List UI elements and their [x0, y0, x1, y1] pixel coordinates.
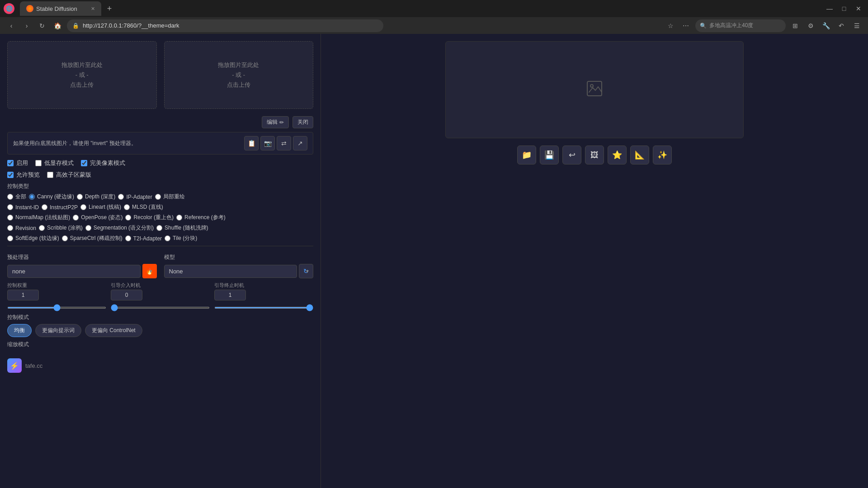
crop-tool-btn[interactable]: 📐: [630, 145, 649, 164]
radio-normalmap-input[interactable]: [7, 215, 13, 221]
radio-revision-input[interactable]: [7, 225, 13, 231]
radio-softedge-input[interactable]: [7, 235, 13, 241]
tools-btn[interactable]: 🔧: [820, 20, 832, 32]
image-tool-btn[interactable]: 🖼: [585, 145, 604, 164]
active-tab[interactable]: Stable Diffusion ✕: [20, 1, 101, 16]
radio-reference[interactable]: Reference (参考): [176, 214, 226, 221]
copy-icon-btn[interactable]: 📋: [244, 136, 259, 150]
radio-segmentation-input[interactable]: [85, 225, 91, 231]
efficient-zone-checkbox[interactable]: 高效子区蒙版: [47, 171, 91, 179]
new-tab-btn[interactable]: +: [103, 2, 116, 15]
perfect-pixel-checkbox[interactable]: 完美像素模式: [81, 159, 125, 167]
low-mem-checkbox[interactable]: 低显存模式: [35, 159, 74, 167]
radio-openpose-input[interactable]: [73, 215, 79, 221]
radio-t2i[interactable]: T2I-Adapter: [125, 235, 162, 242]
back-btn[interactable]: ‹: [5, 20, 17, 32]
radio-normalmap[interactable]: NormalMap (法线贴图): [7, 214, 70, 221]
radio-revision[interactable]: Revision: [7, 224, 36, 232]
radio-openpose[interactable]: OpenPose (姿态): [73, 214, 123, 221]
allow-preview-checkbox[interactable]: 允许预览: [7, 171, 40, 179]
radio-all[interactable]: 全部: [7, 193, 26, 201]
enable-checkbox[interactable]: 启用: [7, 159, 28, 167]
minimize-btn[interactable]: —: [824, 3, 835, 14]
history-btn[interactable]: ↶: [835, 20, 847, 32]
radio-shuffle[interactable]: Shuffle (随机洗牌): [156, 224, 208, 232]
radio-instantid[interactable]: Instant-ID: [7, 203, 39, 211]
end-step-input[interactable]: [214, 290, 246, 300]
radio-lineart[interactable]: Lineart (线稿): [80, 203, 121, 211]
radio-lineart-input[interactable]: [80, 204, 86, 210]
camera-icon-btn[interactable]: 📷: [260, 136, 275, 150]
radio-tile[interactable]: Tile (分块): [165, 235, 197, 242]
grid-view-btn[interactable]: ⊞: [789, 20, 801, 32]
search-box[interactable]: 🔍 多地高温冲上40度: [695, 19, 786, 32]
radio-instantid-input[interactable]: [7, 204, 13, 210]
radio-depth-input[interactable]: [77, 194, 83, 200]
refresh-nav-btn[interactable]: ↻: [36, 20, 48, 32]
radio-instructp2p[interactable]: InstructP2P: [42, 203, 78, 211]
radio-sparsectrl[interactable]: SparseCtrl (稀疏控制): [62, 235, 123, 242]
radio-ip-adapter[interactable]: IP-Adapter: [118, 193, 152, 201]
radio-ip-adapter-input[interactable]: [118, 194, 124, 200]
radio-all-input[interactable]: [7, 194, 13, 200]
radio-reference-input[interactable]: [176, 215, 182, 221]
control-weight-input[interactable]: [7, 290, 39, 300]
radio-tile-input[interactable]: [165, 235, 170, 241]
menu-btn[interactable]: ☰: [851, 20, 863, 32]
mode-balanced-btn[interactable]: 均衡: [7, 324, 32, 337]
model-select[interactable]: None: [164, 265, 297, 278]
star-tool-btn[interactable]: ⭐: [608, 145, 627, 164]
radio-t2i-input[interactable]: [125, 235, 131, 241]
radio-depth[interactable]: Depth (深度): [77, 193, 115, 201]
drop-zone-2[interactable]: 拖放图片至此处 - 或 - 点击上传: [164, 41, 314, 109]
start-step-slider[interactable]: [111, 307, 210, 309]
bookmark-btn[interactable]: ☆: [665, 20, 676, 32]
sparkle-tool-btn[interactable]: ✨: [653, 145, 672, 164]
radio-recolor[interactable]: Recolor (重上色): [125, 214, 174, 221]
enable-input[interactable]: [7, 160, 14, 166]
radio-shuffle-input[interactable]: [156, 225, 162, 231]
radio-recolor-input[interactable]: [125, 215, 131, 221]
drop-zone-1[interactable]: 拖放图片至此处 - 或 - 点击上传: [7, 41, 157, 109]
radio-canny-input[interactable]: [29, 194, 35, 200]
end-step-slider[interactable]: [214, 307, 313, 309]
radio-scribble-input[interactable]: [39, 225, 45, 231]
radio-instructp2p-input[interactable]: [42, 204, 47, 210]
radio-segmentation[interactable]: Segmentation (语义分割): [85, 224, 154, 232]
model-refresh-btn[interactable]: ↻: [299, 264, 313, 278]
radio-inpaint[interactable]: 局部重绘: [155, 193, 185, 201]
swap-icon-btn[interactable]: ⇄: [277, 136, 291, 150]
extensions-btn[interactable]: ⋯: [680, 20, 692, 32]
preprocessor-select[interactable]: none: [7, 265, 141, 278]
folder-tool-btn[interactable]: 📁: [517, 145, 536, 164]
home-btn[interactable]: 🏠: [52, 20, 63, 32]
radio-softedge[interactable]: SoftEdge (软边缘): [7, 235, 59, 242]
perfect-pixel-input[interactable]: [81, 160, 87, 166]
mode-controlnet-btn[interactable]: 更偏向 ControlNet: [85, 324, 142, 337]
save-tool-btn[interactable]: 💾: [540, 145, 559, 164]
radio-sparsectrl-input[interactable]: [62, 235, 68, 241]
edit-btn[interactable]: 编辑 ✏: [262, 116, 289, 128]
fire-btn[interactable]: 🔥: [142, 264, 157, 278]
low-mem-input[interactable]: [35, 160, 42, 166]
forward-btn[interactable]: ›: [21, 20, 33, 32]
radio-mlsd-input[interactable]: [124, 204, 130, 210]
allow-preview-input[interactable]: [7, 172, 14, 178]
maximize-btn[interactable]: □: [838, 3, 850, 14]
address-bar[interactable]: 🔒 http://127.0.0.1:7860/?__theme=dark: [67, 19, 383, 32]
radio-mlsd[interactable]: MLSD (直线): [124, 203, 163, 211]
mode-prompt-btn[interactable]: 更偏向提示词: [35, 324, 81, 337]
radio-scribble[interactable]: Scribble (涂鸦): [39, 224, 83, 232]
arrow-icon-btn[interactable]: ↗: [293, 136, 307, 150]
radio-inpaint-input[interactable]: [155, 194, 161, 200]
canvas-area[interactable]: [445, 41, 744, 138]
tab-close-btn[interactable]: ✕: [91, 6, 95, 12]
control-weight-slider[interactable]: [7, 307, 106, 309]
settings-btn[interactable]: ⚙: [805, 20, 816, 32]
efficient-zone-input[interactable]: [47, 172, 53, 178]
close-window-btn[interactable]: ✕: [853, 3, 864, 14]
radio-canny[interactable]: Canny (硬边缘): [29, 193, 74, 201]
close-btn[interactable]: 关闭: [292, 116, 313, 128]
start-step-input[interactable]: [111, 290, 142, 300]
undo-tool-btn[interactable]: ↩: [562, 145, 581, 164]
